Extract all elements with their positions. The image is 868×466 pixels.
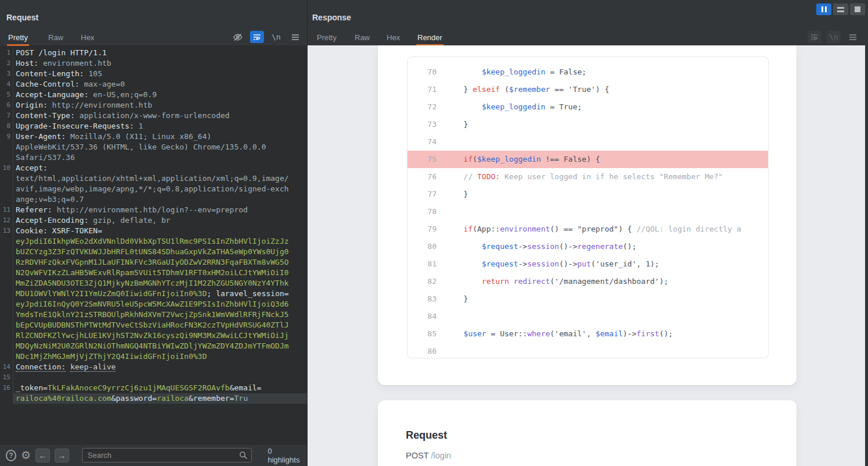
request-editor-row[interactable]: bEpCVUpBUDBNSThPTWtMdTVveCtSbzViaHRocFN3… <box>0 320 307 330</box>
line-number: 12 <box>0 215 13 226</box>
line-number: 74 <box>408 133 437 151</box>
request-editor-row[interactable]: N2QvWFVIKzZLaHB5WExvRlRpam5VUit5TDhmV1RF… <box>0 268 307 278</box>
error-page-code-card: 70 $keep_loggedin = False;71 } elseif ($… <box>378 45 796 385</box>
request-editor-row[interactable]: eyJpdiI6InQyQ0Y2SmNVRU5leU5pcW5McXAwZ1E9… <box>0 299 307 310</box>
response-tabs: Pretty Raw Hex Render \n <box>308 30 868 45</box>
response-code-row: 85 $user = User::where('email', $email)-… <box>408 325 768 343</box>
tab-response-pretty[interactable]: Pretty <box>317 33 337 42</box>
line-number <box>0 393 13 404</box>
line-number: 70 <box>408 63 437 81</box>
request-editor-row[interactable]: MDU1OWVlYWNlY2I1YmUzZmQ0IiwidGFnIjoiIn0%… <box>0 289 307 299</box>
line-number: 75 <box>408 151 437 168</box>
line-number <box>0 194 13 205</box>
tab-response-raw[interactable]: Raw <box>355 33 370 42</box>
search-input[interactable] <box>82 448 252 463</box>
response-code-row: 74 <box>408 133 768 151</box>
line-number: 72 <box>408 98 437 116</box>
request-panel: Request Pretty Raw Hex <box>0 0 308 466</box>
request-editor-row[interactable]: 14Connection: keep-alive <box>0 362 307 372</box>
request-editor-row[interactable]: 13Cookie: XSRF-TOKEN= <box>0 226 307 236</box>
request-editor-row[interactable]: Safari/537.36 <box>0 152 307 163</box>
request-editor-row[interactable]: MDQyNzNiM2U0ZGRlN2NiOThmNGQ4NTBiYWIwZDlj… <box>0 341 307 351</box>
response-code-row: 71 } elseif ($remember == 'True') { <box>408 81 768 98</box>
request-menu-icon[interactable] <box>288 31 302 43</box>
response-code-row: 75 if($keep_loggedin !== False) { <box>408 151 768 168</box>
response-panel-header: Response Pretty Raw Hex Render \n <box>308 0 868 45</box>
request-editor-row[interactable]: ange;v=b3;q=0.7 <box>0 194 307 205</box>
response-code-row: 82 return redirect('/management/dashboar… <box>408 273 768 290</box>
response-code-row: 81 $request->session()->put('user_id', 1… <box>408 255 768 273</box>
newline-chars-icon[interactable]: \n <box>269 31 283 43</box>
response-panel: Response Pretty Raw Hex Render \n <box>308 0 868 466</box>
request-editor-row[interactable]: 4Cache-Control: max-age=0 <box>0 79 307 90</box>
request-editor-row[interactable]: 15 <box>0 372 307 383</box>
response-editor-toolbar: \n <box>808 31 860 43</box>
request-editor-row[interactable]: 8Upgrade-Insecure-Requests: 1 <box>0 121 307 131</box>
scroll-edge-strip[interactable] <box>865 45 868 466</box>
line-number <box>0 173 13 184</box>
request-editor-row[interactable]: AppleWebKit/537.36 (KHTML, like Gecko) C… <box>0 142 307 152</box>
request-editor-row[interactable]: 16_token=TkLFakAnoceC9yrrzCj6zu1jMAqUESG… <box>0 383 307 393</box>
line-number: 5 <box>0 90 13 100</box>
request-editor-row[interactable]: avif,image/webp,image/apng,*/*;q=0.8,app… <box>0 184 307 194</box>
line-number: 77 <box>408 186 437 203</box>
response-menu-icon[interactable] <box>846 31 860 43</box>
request-editor-row[interactable]: 6Origin: http://environment.htb <box>0 100 307 111</box>
line-number <box>0 152 13 163</box>
search-prev-button[interactable]: ← <box>35 449 50 463</box>
request-editor-row[interactable]: YmdsTnE1QklnY21zSTRBOUlpRkhNdXVmT2VwcjZp… <box>0 310 307 320</box>
response-code-row: 86 <box>408 343 768 358</box>
hide-eye-icon[interactable] <box>231 31 245 43</box>
response-code-row: 83 } <box>408 290 768 308</box>
request-editor-row[interactable]: 3Content-Length: 105 <box>0 69 307 79</box>
request-editor-row[interactable]: 10Accept: <box>0 163 307 173</box>
search-settings-gear-icon[interactable]: ⚙︎ <box>21 449 31 462</box>
line-number <box>0 247 13 257</box>
request-editor-row[interactable]: RlZCNDFKZlYwcjhLUE1KVjhST2NvZk16cyszQi9N… <box>0 330 307 341</box>
line-number <box>0 320 13 330</box>
line-number <box>0 330 13 341</box>
response-code-row: 78 <box>408 203 768 220</box>
request-editor-row[interactable]: eyJpdiI6IkhpWEo2dXdVNnlDd0VkbXpTSU1lRmc9… <box>0 236 307 247</box>
request-card-summary: POST /login <box>406 451 769 460</box>
line-number: 2 <box>0 58 13 69</box>
line-number: 16 <box>0 383 13 393</box>
source-code-snippet: 70 $keep_loggedin = False;71 } elseif ($… <box>407 56 769 358</box>
request-editor-row[interactable]: MmZiZDA5NDU3OTE3ZjQ1MjkyNzBmMGNhYTczMjI1… <box>0 278 307 289</box>
line-number: 11 <box>0 205 13 215</box>
tab-request-hex[interactable]: Hex <box>81 33 94 42</box>
response-code-row: 84 <box>408 308 768 325</box>
word-wrap-icon[interactable] <box>250 31 264 43</box>
request-editor-row[interactable]: 11Referer: http://environment.htb/login?… <box>0 205 307 215</box>
tab-response-render[interactable]: Render <box>417 33 442 42</box>
newline-chars-icon-disabled[interactable]: \n <box>827 31 841 43</box>
request-editor-row[interactable]: NDc1MjZhMGJmMjVjZThjY2Q4IiwidGFnIjoiIn0%… <box>0 351 307 362</box>
response-code-row: 79 if(App::environment() == "preprod") {… <box>408 220 768 238</box>
request-editor-row[interactable]: 2Host: environment.htb <box>0 58 307 69</box>
burp-repeater-window: Request Pretty Raw Hex <box>0 0 868 466</box>
line-number: 83 <box>408 290 437 308</box>
request-editor-row[interactable]: 9User-Agent: Mozilla/5.0 (X11; Linux x86… <box>0 131 307 142</box>
request-editor-row[interactable]: railoca%40railoca.com&password=railoca&r… <box>0 393 307 404</box>
line-number: 7 <box>0 111 13 121</box>
request-editor-row[interactable]: bUZCYzg3Z3FzQTVKUWJJbHRFL0tUNS84SDhuaGxp… <box>0 247 307 257</box>
search-next-button[interactable]: → <box>55 449 69 463</box>
tab-response-hex[interactable]: Hex <box>387 33 400 42</box>
request-editor-row[interactable]: text/html,application/xhtml+xml,applicat… <box>0 173 307 184</box>
tab-request-raw[interactable]: Raw <box>48 33 63 42</box>
help-icon[interactable]: ? <box>6 450 16 461</box>
request-editor-row[interactable]: 5Accept-Language: en-US,en;q=0.9 <box>0 90 307 100</box>
response-panel-title: Response <box>312 13 351 22</box>
word-wrap-icon-disabled[interactable] <box>808 31 821 43</box>
line-number: 14 <box>0 362 13 372</box>
request-editor-row[interactable]: RzRDVHFzQkxFVGpnM1JLaUFINkFVc3RGaUIyODZw… <box>0 257 307 268</box>
line-number: 86 <box>408 343 437 358</box>
request-editor-row[interactable]: 1POST /login HTTP/1.1 <box>0 48 307 58</box>
tab-request-pretty[interactable]: Pretty <box>8 33 28 42</box>
request-search-bar: ? ⚙︎ ← → 0 highlights <box>0 444 307 466</box>
line-number: 82 <box>408 273 437 290</box>
line-number <box>0 236 13 247</box>
request-editor-row[interactable]: 7Content-Type: application/x-www-form-ur… <box>0 111 307 121</box>
request-editor[interactable]: 1POST /login HTTP/1.12Host: environment.… <box>0 45 307 444</box>
request-editor-row[interactable]: 12Accept-Encoding: gzip, deflate, br <box>0 215 307 226</box>
